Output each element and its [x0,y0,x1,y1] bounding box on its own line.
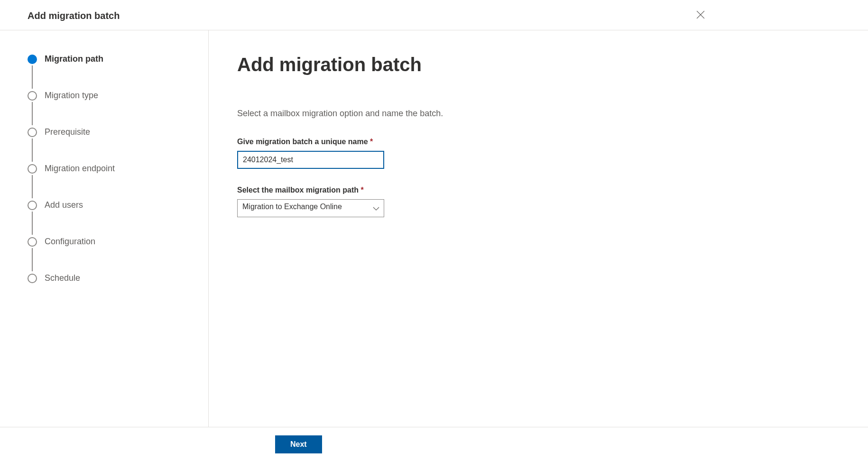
migration-path-select-wrapper: Migration to Exchange Online [237,199,384,217]
main-container: Migration path Migration type Prerequisi… [0,30,868,432]
step-configuration[interactable]: Configuration [28,237,194,273]
batch-name-label: Give migration batch a unique name * [237,138,840,146]
batch-name-group: Give migration batch a unique name * [237,138,840,169]
dialog-header: Add migration batch [0,0,868,30]
step-label: Schedule [45,273,80,283]
wizard-steps-sidebar: Migration path Migration type Prerequisi… [0,30,209,432]
step-migration-type[interactable]: Migration type [28,91,194,127]
label-text: Select the mailbox migration path [237,186,359,194]
dialog-title: Add migration batch [28,10,120,21]
step-indicator-icon [28,274,37,283]
close-icon [696,10,705,19]
dialog-footer: Next [0,427,868,461]
label-text: Give migration batch a unique name [237,138,368,146]
step-indicator-icon [28,164,37,174]
step-label: Migration path [45,54,103,64]
step-prerequisite[interactable]: Prerequisite [28,127,194,164]
step-indicator-icon [28,55,37,64]
batch-name-input[interactable] [237,151,384,169]
step-migration-path[interactable]: Migration path [28,54,194,91]
required-indicator: * [361,186,364,194]
step-indicator-icon [28,91,37,101]
step-indicator-icon [28,201,37,210]
page-title: Add migration batch [237,54,840,75]
step-add-users[interactable]: Add users [28,200,194,237]
content-area: Add migration batch Select a mailbox mig… [209,30,868,432]
step-label: Prerequisite [45,127,90,137]
migration-path-group: Select the mailbox migration path * Migr… [237,186,840,217]
step-list: Migration path Migration type Prerequisi… [28,54,194,283]
close-button[interactable] [693,8,708,24]
step-label: Add users [45,200,83,210]
required-indicator: * [370,138,373,146]
next-button[interactable]: Next [275,435,322,453]
step-indicator-icon [28,128,37,137]
step-schedule[interactable]: Schedule [28,273,194,283]
step-label: Migration endpoint [45,164,115,174]
step-migration-endpoint[interactable]: Migration endpoint [28,164,194,200]
step-label: Migration type [45,91,98,101]
step-label: Configuration [45,237,95,247]
migration-path-select[interactable]: Migration to Exchange Online [237,199,384,217]
step-indicator-icon [28,237,37,247]
migration-path-label: Select the mailbox migration path * [237,186,840,194]
page-description: Select a mailbox migration option and na… [237,109,840,119]
